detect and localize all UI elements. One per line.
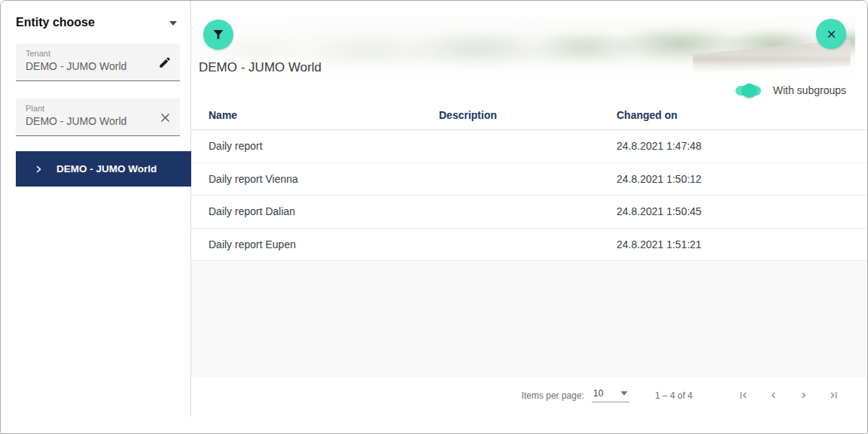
with-subgroups-label: With subgroups — [773, 84, 846, 96]
caret-down-icon — [620, 391, 627, 395]
tenant-field[interactable]: Tenant DEMO - JUMO World — [16, 44, 180, 81]
page-title: DEMO - JUMO World — [199, 60, 321, 75]
table-row[interactable]: Daily report 24.8.2021 1:47:48 — [191, 130, 867, 163]
edit-icon[interactable] — [156, 53, 174, 71]
cell-changed-on: 24.8.2021 1:47:48 — [617, 140, 855, 152]
last-page-button[interactable] — [827, 389, 840, 402]
banner-image: DEMO - JUMO World — [191, 17, 855, 80]
column-header-description[interactable]: Description — [439, 109, 617, 121]
paginator: Items per page: 10 1 – 4 of 4 — [191, 378, 867, 413]
close-button[interactable] — [816, 19, 846, 49]
sidebar-header: Entity choose — [16, 16, 180, 32]
tenant-value: DEMO - JUMO World — [26, 60, 150, 72]
column-header-changed-on[interactable]: Changed on — [617, 109, 855, 121]
clear-icon[interactable] — [156, 108, 174, 126]
toggle-knob — [742, 83, 757, 98]
with-subgroups-toggle[interactable] — [736, 83, 763, 98]
cell-changed-on: 24.8.2021 1:50:12 — [617, 173, 855, 185]
entity-tree-item[interactable]: DEMO - JUMO World — [16, 151, 191, 187]
next-page-button[interactable] — [796, 389, 810, 402]
chevron-right-icon — [34, 165, 43, 174]
tree-item-label: DEMO - JUMO World — [56, 163, 157, 175]
tenant-label: Tenant — [26, 49, 150, 58]
items-per-page-select[interactable]: 10 — [592, 388, 629, 402]
table-row[interactable]: Daily report Vienna 24.8.2021 1:50:12 — [191, 163, 867, 196]
plant-label: Plant — [26, 104, 150, 113]
previous-page-icon — [767, 389, 780, 402]
table-row[interactable]: Daily report Eupen 24.8.2021 1:51:21 — [191, 229, 867, 262]
plant-field[interactable]: Plant DEMO - JUMO World — [16, 99, 180, 136]
page-range-label: 1 – 4 of 4 — [655, 390, 693, 401]
table-row[interactable]: Daily report Dalian 24.8.2021 1:50:45 — [191, 196, 867, 229]
funnel-icon — [212, 28, 225, 41]
next-page-icon — [797, 389, 810, 402]
main-panel: DEMO - JUMO World With subgroups Name De… — [191, 1, 867, 434]
first-page-button[interactable] — [736, 389, 750, 402]
app-window: Entity choose Tenant DEMO - JUMO World P… — [0, 0, 868, 434]
sidebar: Entity choose Tenant DEMO - JUMO World P… — [1, 1, 191, 417]
cell-name: Daily report Dalian — [209, 205, 439, 217]
cell-changed-on: 24.8.2021 1:51:21 — [617, 238, 855, 250]
toggle-row: With subgroups — [191, 80, 867, 101]
table-header: Name Description Changed on — [191, 101, 867, 130]
items-per-page-value: 10 — [593, 388, 603, 399]
caret-down-icon[interactable] — [169, 21, 177, 26]
previous-page-button[interactable] — [766, 389, 780, 402]
sidebar-title: Entity choose — [16, 16, 95, 29]
column-header-name[interactable]: Name — [209, 109, 439, 121]
first-page-icon — [737, 389, 750, 402]
last-page-icon — [827, 389, 840, 402]
table-empty-area — [191, 261, 867, 378]
filter-button[interactable] — [203, 20, 233, 50]
cell-changed-on: 24.8.2021 1:50:45 — [617, 205, 855, 217]
cell-name: Daily report Vienna — [209, 173, 439, 185]
close-icon — [825, 28, 838, 41]
cell-name: Daily report Eupen — [209, 238, 439, 250]
plant-value: DEMO - JUMO World — [26, 115, 150, 127]
cell-name: Daily report — [209, 140, 439, 152]
items-per-page-label: Items per page: — [522, 390, 584, 401]
